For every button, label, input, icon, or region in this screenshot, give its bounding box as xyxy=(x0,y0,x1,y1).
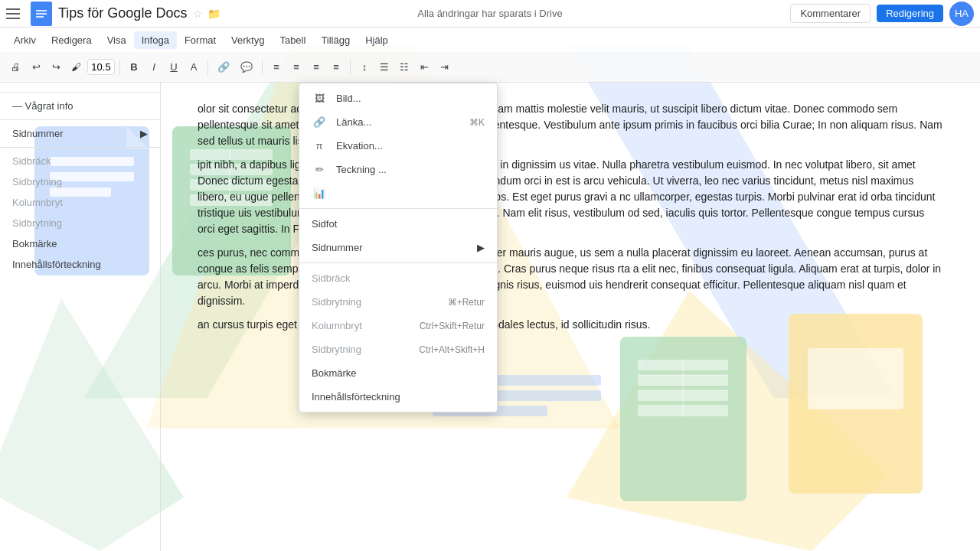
dd-label-bild: Bild... xyxy=(336,93,475,104)
svg-rect-37 xyxy=(36,16,44,18)
infoga-dropdown: 🖼 Bild... 🔗 Länka... ⌘K π Ekvation... ✏ … xyxy=(299,83,498,412)
font-size-input[interactable] xyxy=(87,59,115,75)
dd-arrow-sidnummer: ▶ xyxy=(477,242,485,253)
dd-item-bokmarke[interactable]: Bokmärke xyxy=(299,361,497,385)
avatar[interactable]: HA xyxy=(949,2,974,26)
image-icon: 🖼 xyxy=(312,93,327,104)
dd-item-kolumnbryt[interactable]: Kolumnbryt Ctrl+Skift+Retur xyxy=(299,314,497,337)
comments-button[interactable]: Kommentarer xyxy=(790,4,871,23)
dd-label-sidbrytning2: Sidbrytning xyxy=(312,344,361,355)
link-icon: 🔗 xyxy=(312,116,327,128)
line-spacing-button[interactable]: ↕ xyxy=(355,58,374,76)
sidebar-item-sidbrytning[interactable]: Sidbrytning xyxy=(0,171,160,192)
dd-label-bokmarke: Bokmärke xyxy=(312,367,357,379)
list-ol-button[interactable]: ☷ xyxy=(395,58,413,76)
dd-separator-1 xyxy=(299,208,497,209)
dd-label-kolumnbryt: Kolumnbryt xyxy=(312,320,362,331)
sidebar-item-sidnummer-arrow: ▶ xyxy=(140,128,148,139)
sidebar-item-bokmarke[interactable]: Bokmärke xyxy=(0,233,160,254)
dd-item-ekvation[interactable]: π Ekvation... xyxy=(299,134,497,158)
toolbar-separator-3 xyxy=(262,60,263,75)
hamburger-menu[interactable] xyxy=(6,5,24,23)
document-content[interactable]: olor sit consectetur adipiscing elit. Nu… xyxy=(161,83,980,551)
menu-item-infoga[interactable]: Infoga xyxy=(134,31,177,49)
star-icon[interactable]: ☆ xyxy=(193,8,203,20)
dd-label-teckning: Teckning ... xyxy=(336,164,475,175)
italic-button[interactable]: I xyxy=(145,58,163,76)
menu-item-verktyg[interactable]: Verktyg xyxy=(224,31,272,49)
align-left-button[interactable]: ≡ xyxy=(267,58,286,76)
menu-item-hjalp[interactable]: Hjälp xyxy=(358,31,396,49)
dd-label-ekvation: Ekvation... xyxy=(336,140,475,152)
dd-label-sidfot: Sidfot xyxy=(312,218,337,230)
dd-label-sidnummer: Sidnummer xyxy=(312,242,362,253)
dd-shortcut-lanka: ⌘K xyxy=(469,117,485,128)
redo-button[interactable]: ↪ xyxy=(47,58,65,76)
comment-button[interactable]: 💬 xyxy=(236,58,257,76)
align-center-button[interactable]: ≡ xyxy=(287,58,305,76)
sidebar-divider-3 xyxy=(0,147,160,148)
svg-rect-35 xyxy=(36,10,47,11)
list-ul-button[interactable]: ☰ xyxy=(375,58,394,76)
sidebar-item-sidnummer-label: Sidnummer xyxy=(12,128,63,139)
sidebar-item-vagrat-info[interactable]: — Vågrat info xyxy=(0,96,160,116)
menu-item-tabell[interactable]: Tabell xyxy=(272,31,313,49)
underline-button[interactable]: U xyxy=(165,58,183,76)
editing-button[interactable]: Redigering xyxy=(877,5,943,22)
dd-item-teckning[interactable]: ✏ Teckning ... xyxy=(299,158,497,181)
dd-item-sidnummer[interactable]: Sidnummer ▶ xyxy=(299,236,497,259)
sidebar-item-kolumnbryt[interactable]: Kolumnbryt xyxy=(0,192,160,213)
dd-item-sidbrak[interactable]: Sidbräck xyxy=(299,266,497,290)
sidebar-item-sidbrak[interactable]: Sidbräck xyxy=(0,151,160,171)
link-button[interactable]: 🔗 xyxy=(213,58,234,76)
bold-button[interactable]: B xyxy=(125,58,143,76)
menu-bar: Arkiv Redigera Visa Infoga Format Verkty… xyxy=(0,28,980,52)
dd-item-bild[interactable]: 🖼 Bild... xyxy=(299,86,497,110)
dd-item-innehallsforteckning[interactable]: Innehållsförteckning xyxy=(299,385,497,409)
undo-button[interactable]: ↩ xyxy=(27,58,45,76)
dd-item-sidbrytning2[interactable]: Sidbrytning Ctrl+Alt+Skift+H xyxy=(299,337,497,361)
sidebar-divider-1 xyxy=(0,92,160,93)
indent-decrease-button[interactable]: ⇤ xyxy=(415,58,433,76)
align-right-button[interactable]: ≡ xyxy=(307,58,325,76)
dd-shortcut-sidbrytning: ⌘+Retur xyxy=(448,297,485,308)
docs-app-icon xyxy=(31,2,52,26)
toolbar: 🖨 ↩ ↪ 🖌 B I U A 🔗 💬 ≡ ≡ ≡ ≡ ↕ ☰ ☷ ⇤ ⇥ xyxy=(0,52,980,83)
dd-label-sidbrytning: Sidbrytning xyxy=(312,296,361,308)
folder-icon[interactable]: 📁 xyxy=(207,8,220,20)
text-color-button[interactable]: A xyxy=(185,58,203,76)
dd-shortcut-kolumnbryt: Ctrl+Skift+Retur xyxy=(420,321,485,331)
top-bar: Tips för Google Docs ☆ 📁 Alla ändringar … xyxy=(0,0,980,28)
dd-label-sidbrak: Sidbräck xyxy=(312,272,351,284)
dd-item-chart[interactable]: 📊 xyxy=(299,181,497,205)
print-button[interactable]: 🖨 xyxy=(6,58,25,76)
document-title[interactable]: Tips för Google Docs xyxy=(58,5,187,21)
dd-item-lanka[interactable]: 🔗 Länka... ⌘K xyxy=(299,110,497,134)
sidebar-item-sidbrytning2[interactable]: Sidbrytning xyxy=(0,213,160,233)
justify-button[interactable]: ≡ xyxy=(327,58,345,76)
svg-rect-36 xyxy=(36,13,47,15)
saved-status: Alla ändringar har sparats i Drive xyxy=(417,8,562,19)
sidebar-item-innehallsforteckning[interactable]: Innehållsförteckning xyxy=(0,254,160,275)
menu-item-visa[interactable]: Visa xyxy=(100,31,134,49)
left-sidebar: — Vågrat info Sidnummer ▶ Sidbräck Sidbr… xyxy=(0,83,161,551)
chart-icon: 📊 xyxy=(312,187,327,199)
toolbar-separator-1 xyxy=(119,60,120,75)
equation-icon: π xyxy=(312,140,327,152)
sidebar-item-sidnummer[interactable]: Sidnummer ▶ xyxy=(0,123,160,144)
sidebar-divider-2 xyxy=(0,119,160,120)
menu-item-redigera[interactable]: Redigera xyxy=(44,31,100,49)
toolbar-separator-4 xyxy=(350,60,351,75)
dd-item-sidfot[interactable]: Sidfot xyxy=(299,212,497,236)
drawing-icon: ✏ xyxy=(312,164,327,175)
menu-item-tillagg[interactable]: Tillägg xyxy=(313,31,358,49)
dd-label-lanka: Länka... xyxy=(336,116,460,128)
format-painter-button[interactable]: 🖌 xyxy=(67,58,86,76)
menu-item-arkiv[interactable]: Arkiv xyxy=(6,31,44,49)
dd-shortcut-sidbrytning2: Ctrl+Alt+Skift+H xyxy=(419,344,485,355)
menu-item-format[interactable]: Format xyxy=(177,31,224,49)
top-right-actions: Kommentarer Redigering HA xyxy=(790,2,974,26)
indent-increase-button[interactable]: ⇥ xyxy=(435,58,453,76)
toolbar-separator-2 xyxy=(207,60,208,75)
dd-item-sidbrytning[interactable]: Sidbrytning ⌘+Retur xyxy=(299,290,497,314)
